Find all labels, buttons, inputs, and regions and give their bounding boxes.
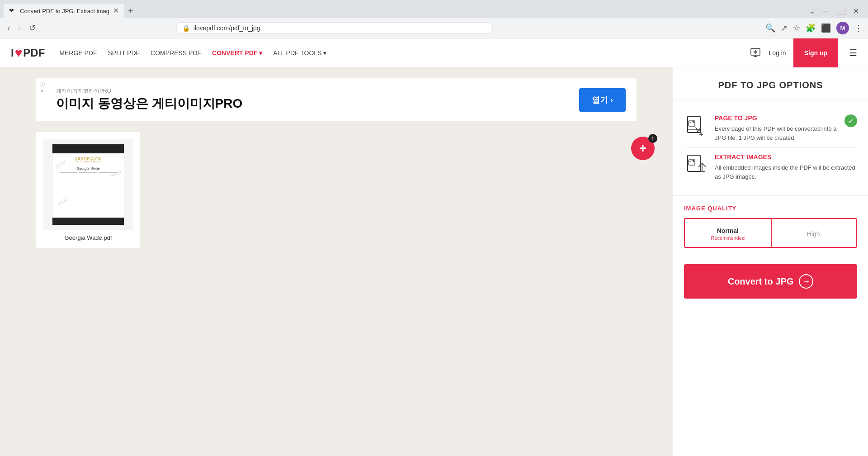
cert-name-text: Georgia Wade [56,166,120,171]
cert-header [52,144,124,153]
add-more-files-button[interactable]: 1 + [631,137,655,160]
avatar[interactable]: M [836,22,849,34]
tab-favicon: ❤ [9,7,16,14]
panel-title: PDF TO JPG OPTIONS [673,67,868,100]
page-to-jpg-icon [684,114,708,138]
svg-rect-9 [688,155,700,171]
plus-icon: + [639,142,646,155]
browser-actions: 🔍 ↗ ☆ 🧩 ⬛ M ⋮ [765,22,863,34]
active-tab[interactable]: ❤ Convert PDF to JPG. Extract imag ✕ [4,4,124,18]
ad-title: 이미지 동영상은 게티이미지PRO [56,95,579,112]
quality-section: IMAGE QUALITY Normal Recommended High [673,195,868,257]
chevron-down-icon[interactable]: ⌄ [809,7,815,15]
extract-images-text: EXTRACT IMAGES All embedded images insid… [715,153,857,181]
nav-split-pdf[interactable]: SPLIT PDF [108,49,140,57]
url-text: ilovepdf.com/pdf_to_jpg [193,24,260,32]
option-extract-images[interactable]: EXTRACT IMAGES All embedded images insid… [684,147,857,186]
pdf-grid: CERTIFICATE OF ACHIEVEMENT Georgia Wade … [0,132,673,266]
svg-point-8 [693,121,694,123]
cert-line-1 [60,172,77,173]
file-count-badge: 1 [648,134,657,143]
ad-text-area: 게티이미지코리아PRO 이미지 동영상은 게티이미지PRO [47,87,579,112]
tab-bar: ❤ Convert PDF to JPG. Extract imag ✕ + ⌄… [0,0,868,18]
ad-banner: ⓘ ✕ 게티이미지코리아PRO 이미지 동영상은 게티이미지PRO 열기 › [36,78,637,121]
pdf-file-item[interactable]: CERTIFICATE OF ACHIEVEMENT Georgia Wade … [36,132,140,248]
svg-point-12 [693,160,694,162]
page-to-jpg-desc: Every page of this PDF will be converted… [715,124,837,142]
pdf-file-name: Georgia Wade.pdf [43,234,133,241]
nav-convert-pdf[interactable]: CONVERT PDF ▾ [212,49,262,57]
lock-icon: 🔒 [182,24,190,32]
content-area: ⓘ ✕ 게티이미지코리아PRO 이미지 동영상은 게티이미지PRO 열기 › C… [0,67,673,456]
new-tab-button[interactable]: + [128,6,133,16]
refresh-button[interactable]: ↺ [27,21,38,35]
main-nav: MERGE PDF SPLIT PDF COMPRESS PDF CONVERT… [59,49,749,57]
logo-pdf: PDF [23,47,45,59]
ad-close-icon[interactable]: ✕ [40,88,44,94]
tab-close-button[interactable]: ✕ [113,7,119,14]
cert-watermark-3: IRON [57,196,69,206]
page-to-jpg-check: ✓ [844,114,857,127]
page-to-jpg-label: PAGE TO JPG [715,114,837,122]
convert-to-jpg-button[interactable]: Convert to JPG → [684,264,857,299]
window-controls: ⌄ — ⬜ ✕ [809,7,864,15]
star-icon[interactable]: ☆ [793,23,800,33]
quality-normal-sub: Recommended [689,235,766,241]
header-actions: Log in Sign up ☰ [749,38,857,67]
nav-compress-pdf[interactable]: COMPRESS PDF [151,49,201,57]
login-button[interactable]: Log in [769,49,786,57]
pdf-thumbnail: CERTIFICATE OF ACHIEVEMENT Georgia Wade … [43,139,133,230]
option-section: PAGE TO JPG Every page of this PDF will … [673,100,868,195]
search-icon[interactable]: 🔍 [765,23,775,33]
back-button[interactable]: ‹ [5,22,12,35]
page-to-jpg-text: PAGE TO JPG Every page of this PDF will … [715,114,837,142]
extensions-icon[interactable]: 🧩 [806,23,816,33]
cert-body: CERTIFICATE OF ACHIEVEMENT Georgia Wade … [52,153,124,218]
main-layout: ⓘ ✕ 게티이미지코리아PRO 이미지 동영상은 게티이미지PRO 열기 › C… [0,67,868,456]
signup-button[interactable]: Sign up [793,38,838,67]
nav-merge-pdf[interactable]: MERGE PDF [59,49,97,57]
url-bar[interactable]: 🔒 ilovepdf.com/pdf_to_jpg [176,22,493,34]
nav-all-tools[interactable]: ALL PDF TOOLS ▾ [273,49,326,57]
convert-section: Convert to JPG → [673,257,868,309]
convert-button-arrow-icon: → [799,274,813,289]
quality-high-main: High [775,230,852,238]
quality-normal-main: Normal [689,227,766,234]
split-view-icon[interactable]: ⬛ [821,23,831,33]
close-button[interactable]: ✕ [853,7,859,15]
browser-chrome: ❤ Convert PDF to JPG. Extract imag ✕ + ⌄… [0,0,868,38]
site-header: I ♥ PDF MERGE PDF SPLIT PDF COMPRESS PDF… [0,38,868,67]
ad-open-button[interactable]: 열기 › [579,88,626,112]
quality-normal-button[interactable]: Normal Recommended [684,218,772,248]
tab-title: Convert PDF to JPG. Extract imag [20,8,109,14]
cert-line-2 [79,172,97,173]
cert-title-text: CERTIFICATE [56,157,120,160]
extract-images-desc: All embedded images inside the PDF will … [715,163,857,181]
logo-heart-icon: ♥ [15,46,23,60]
hamburger-menu-button[interactable]: ☰ [849,48,857,58]
download-icon-button[interactable] [749,47,762,59]
extract-images-label: EXTRACT IMAGES [715,153,857,161]
extract-images-icon [684,153,708,177]
quality-buttons: Normal Recommended High [684,218,857,248]
ad-subtitle: 게티이미지코리아PRO [56,87,579,95]
bookmark-share-icon[interactable]: ↗ [781,23,788,33]
ad-info-icon[interactable]: ⓘ [40,82,45,87]
maximize-button[interactable]: ⬜ [837,7,846,15]
pdf-thumb-visual: CERTIFICATE OF ACHIEVEMENT Georgia Wade … [52,144,124,225]
convert-button-label: Convert to JPG [728,276,794,287]
quality-high-button[interactable]: High [771,219,857,247]
quality-section-label: IMAGE QUALITY [684,205,857,212]
logo[interactable]: I ♥ PDF [11,46,45,60]
option-page-to-jpg[interactable]: PAGE TO JPG Every page of this PDF will … [684,109,857,147]
forward-button[interactable]: › [16,22,23,35]
logo-i: I [11,47,14,59]
minimize-button[interactable]: — [822,7,830,15]
address-bar: ‹ › ↺ 🔒 ilovepdf.com/pdf_to_jpg 🔍 ↗ ☆ 🧩 … [0,18,868,38]
monitor-download-icon [749,47,762,59]
menu-dots-icon[interactable]: ⋮ [854,23,863,33]
right-panel: PDF TO JPG OPTIONS [673,67,868,456]
cert-footer [52,218,124,225]
